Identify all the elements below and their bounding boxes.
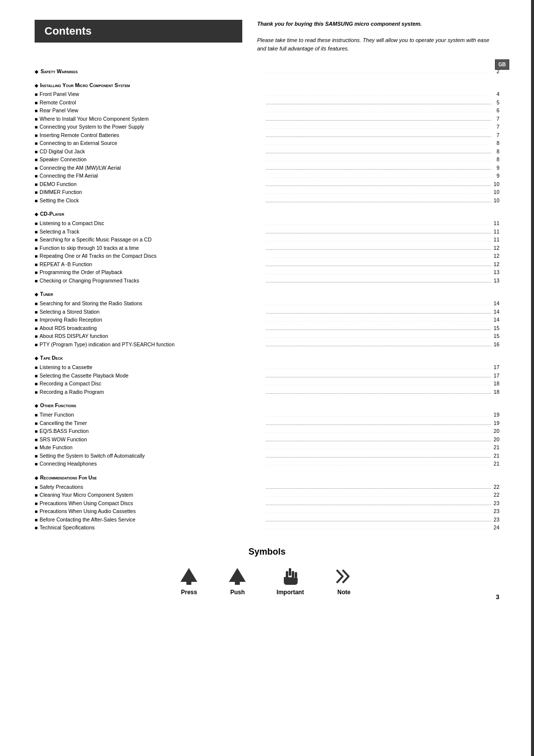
dot-leader xyxy=(266,388,491,394)
dot-leader xyxy=(266,236,491,242)
toc-safety-section: ◆ Safety Warnings 2 xyxy=(35,67,499,76)
bullet-icon: ■ xyxy=(35,91,38,98)
toc-entry: ■Function to skip through 10 tracks at a… xyxy=(35,244,499,252)
diamond-icon: ◆ xyxy=(35,403,38,410)
toc-label: Programming the Order of Playback xyxy=(40,268,266,276)
bullet-icon: ■ xyxy=(35,172,38,180)
toc-page: 21 xyxy=(491,460,499,468)
toc-label: Connecting the FM Aerial xyxy=(40,172,266,180)
toc-page: 5 xyxy=(491,98,499,106)
toc-label: Cleaning Your Micro Component System xyxy=(40,491,266,499)
dot-leader xyxy=(266,173,491,178)
toc-page: 12 xyxy=(491,252,499,260)
gb-badge: GB xyxy=(495,59,509,70)
svg-rect-1 xyxy=(186,582,191,585)
bullet-icon: ■ xyxy=(35,483,38,491)
toc-entry: ■Timer Function19 xyxy=(35,411,499,419)
dot-leader xyxy=(266,452,491,458)
toc-section-header: ◆ CD-Player xyxy=(35,210,499,218)
page-number: 3 xyxy=(496,593,499,601)
toc-entry: ■About RDS DISPLAY function15 xyxy=(35,332,499,340)
toc-label: About RDS broadcasting xyxy=(40,324,266,332)
toc-label: Precautions When Using Audio Cassettes xyxy=(40,507,266,515)
symbol-push: Push xyxy=(228,567,247,596)
bullet-icon: ■ xyxy=(35,181,38,189)
toc-entry: ■EQ/S.BASS Function20 xyxy=(35,427,499,435)
toc-label: Rear Panel View xyxy=(40,106,266,114)
toc-section-header: ◆ Installing Your Micro Component System xyxy=(35,82,499,90)
bullet-icon: ■ xyxy=(35,244,38,252)
bullet-icon: ■ xyxy=(35,436,38,444)
toc-entry: ■Recording a Compact Disc18 xyxy=(35,379,499,388)
toc-page: 16 xyxy=(491,340,499,348)
toc-label: Improving Radio Reception xyxy=(40,316,266,324)
dot-leader xyxy=(266,181,491,186)
toc-label: About RDS DISPLAY function xyxy=(40,332,266,340)
toc-page: 11 xyxy=(491,219,499,227)
svg-rect-4 xyxy=(289,568,291,576)
toc-recommendations-section: ◆ Recommendations For Use ■Safety Precau… xyxy=(35,474,499,532)
toc-label: Connecting Headphones xyxy=(40,460,266,468)
toc-entry: ■Mute Function21 xyxy=(35,443,499,452)
dot-leader xyxy=(266,197,491,202)
toc-entry: ■Connecting Headphones21 xyxy=(35,460,499,468)
bullet-icon: ■ xyxy=(35,261,38,269)
toc-entry: ■Connecting the AM (MW)/LW Aerial9 xyxy=(35,164,499,172)
push-icon xyxy=(228,567,247,586)
toc-page: 23 xyxy=(491,507,499,515)
toc-label: Recording a Radio Program xyxy=(40,388,266,396)
bullet-icon: ■ xyxy=(35,411,38,419)
toc-label: SRS WOW Function xyxy=(40,435,266,443)
symbol-press: Press xyxy=(179,567,198,596)
toc-entry: ◆ Safety Warnings 2 xyxy=(35,67,499,76)
dot-leader xyxy=(266,341,491,346)
bullet-icon: ■ xyxy=(35,99,38,107)
toc-entry: ■Cancelling the Timer19 xyxy=(35,419,499,427)
bullet-icon: ■ xyxy=(35,107,38,115)
toc-page: 14 xyxy=(491,316,499,324)
toc-entry: ■Repeating One or All Tracks on the Comp… xyxy=(35,252,499,260)
toc-page: 19 xyxy=(491,419,499,427)
toc-label: Setting the System to Switch off Automat… xyxy=(40,452,266,460)
toc-section-header: ◆ Tape Deck xyxy=(35,354,499,362)
dot-leader xyxy=(266,115,491,121)
diamond-icon: ◆ xyxy=(35,291,38,298)
toc-entry: ■Recording a Radio Program18 xyxy=(35,388,499,396)
section-title: Tuner xyxy=(40,290,53,298)
svg-marker-0 xyxy=(180,568,197,582)
toc-entry: ■Before Contacting the After-Sales Servi… xyxy=(35,516,499,524)
bullet-icon: ■ xyxy=(35,524,38,532)
bullet-icon: ■ xyxy=(35,269,38,277)
toc-page: 10 xyxy=(491,196,499,204)
svg-rect-5 xyxy=(286,571,288,578)
toc-label: Selecting the Cassette Playback Mode xyxy=(40,372,266,379)
bullet-icon: ■ xyxy=(35,115,38,123)
bullet-icon: ◆ xyxy=(35,68,39,76)
toc-entry: ■SRS WOW Function20 xyxy=(35,435,499,444)
bullet-icon: ■ xyxy=(35,197,38,205)
bullet-icon: ■ xyxy=(35,427,38,435)
toc-page: 23 xyxy=(491,516,499,523)
header-row: Contents Thank you for buying this SAMSU… xyxy=(35,20,499,52)
bullet-icon: ■ xyxy=(35,460,38,468)
bullet-icon: ■ xyxy=(35,380,38,388)
dot-leader xyxy=(266,412,491,417)
dot-leader xyxy=(266,277,491,283)
dot-leader xyxy=(266,308,491,314)
page-container: GB Contents Thank you for buying this SA… xyxy=(25,0,509,615)
toc-page: 18 xyxy=(491,379,499,387)
dot-leader xyxy=(266,372,491,378)
toc-label: Setting the Clock xyxy=(40,196,266,204)
toc-page: 24 xyxy=(491,523,499,531)
dot-leader xyxy=(266,124,491,129)
toc-label: Repeating One or All Tracks on the Compa… xyxy=(40,252,266,260)
toc-entry: ■Setting the System to Switch off Automa… xyxy=(35,452,499,460)
toc-entry: ■Precautions When Using Compact Discs23 xyxy=(35,499,499,508)
important-icon xyxy=(280,567,301,586)
symbols-row: Press Push xyxy=(35,567,499,596)
dot-leader xyxy=(266,189,491,194)
toc-label: DIMMER Function xyxy=(40,188,266,196)
bullet-icon: ■ xyxy=(35,332,38,340)
toc-page: 21 xyxy=(491,452,499,460)
toc-page: 13 xyxy=(491,277,499,284)
